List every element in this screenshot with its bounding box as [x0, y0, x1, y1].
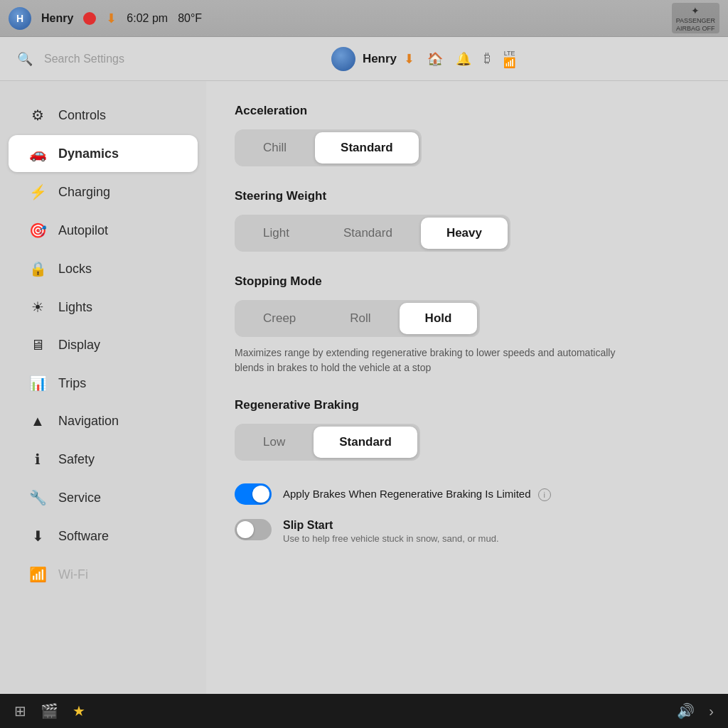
separator: — [212, 12, 223, 25]
taskbar: ⊞ 🎬 ★ 🔊 › [0, 694, 728, 728]
acceleration-chill-btn[interactable]: Chill [237, 132, 312, 164]
controls-icon: ⚙ [28, 107, 47, 124]
signal-bars-icon: 📶 [503, 57, 515, 68]
service-icon: 🔧 [28, 489, 47, 506]
navigation-label: Navigation [58, 414, 119, 429]
sidebar-item-controls[interactable]: ⚙ Controls [9, 97, 198, 134]
bluetooth-icon: ₿ [484, 51, 491, 66]
passenger-airbag-badge: ✦ PASSENGERAIRBAG OFF [672, 3, 719, 34]
autopilot-label: Autopilot [58, 223, 108, 238]
status-bar: H Henry ⬇ 6:02 pm 80°F — ✦ PASSENGERAIRB… [0, 0, 728, 37]
toggle-knob [252, 486, 269, 503]
charging-icon: ⚡ [28, 183, 47, 200]
record-icon [83, 12, 96, 25]
locks-label: Locks [58, 262, 92, 277]
status-temp: 80°F [178, 12, 202, 25]
steering-title: Steering Weight [235, 189, 700, 203]
stopping-creep-btn[interactable]: Creep [237, 303, 321, 334]
home-icon: 🏠 [427, 51, 443, 67]
regen-low-btn[interactable]: Low [237, 427, 311, 458]
sidebar-item-lights[interactable]: ☀ Lights [9, 289, 198, 326]
software-label: Software [58, 529, 109, 544]
taskbar-next-icon[interactable]: › [709, 703, 714, 719]
wifi-label: Wi-Fi [58, 567, 88, 582]
search-input[interactable]: Search Settings [44, 53, 124, 65]
display-icon: 🖥 [28, 337, 47, 353]
header-center: Henry ⬇ 🏠 🔔 ₿ LTE 📶 [136, 47, 711, 71]
sidebar-item-safety[interactable]: ℹ Safety [9, 441, 198, 478]
status-bar-right: ✦ PASSENGERAIRBAG OFF [672, 3, 719, 34]
slip-start-title: Slip Start [283, 519, 499, 532]
stopping-btn-group: Creep Roll Hold [235, 300, 480, 337]
stopping-roll-btn[interactable]: Roll [324, 303, 396, 334]
header-avatar [331, 47, 355, 71]
sidebar-item-display[interactable]: 🖥 Display [9, 327, 198, 363]
airbag-label: PASSENGERAIRBAG OFF [676, 17, 715, 33]
avatar-inner: H [9, 7, 31, 30]
stopping-hold-btn[interactable]: Hold [400, 303, 478, 334]
search-bar: 🔍 Search Settings Henry ⬇ 🏠 🔔 ₿ LTE 📶 [0, 37, 728, 81]
autopilot-icon: 🎯 [28, 222, 47, 239]
slip-start-knob [237, 521, 254, 538]
taskbar-star-icon[interactable]: ★ [73, 702, 85, 719]
apply-brakes-row: Apply Brakes When Regenerative Braking I… [235, 483, 700, 505]
apply-brakes-text: Apply Brakes When Regenerative Braking I… [283, 488, 531, 500]
lte-label: LTE [504, 50, 515, 57]
sidebar-item-software[interactable]: ⬇ Software [9, 518, 198, 555]
steering-heavy-btn[interactable]: Heavy [421, 218, 508, 249]
airbag-icon: ✦ [676, 4, 715, 17]
regen-section: Regenerative Braking Low Standard [235, 398, 700, 461]
trips-label: Trips [58, 376, 86, 391]
service-label: Service [58, 491, 101, 505]
regen-title: Regenerative Braking [235, 398, 700, 412]
sidebar-item-service[interactable]: 🔧 Service [9, 479, 198, 516]
sidebar-item-navigation[interactable]: ▲ Navigation [9, 403, 198, 439]
download-icon: ⬇ [106, 11, 117, 26]
steering-light-btn[interactable]: Light [237, 218, 315, 249]
dynamics-icon: 🚗 [28, 145, 47, 162]
steering-section: Steering Weight Light Standard Heavy [235, 189, 700, 252]
sidebar-item-wifi[interactable]: 📶 Wi-Fi [9, 556, 198, 593]
charging-label: Charging [58, 185, 110, 200]
software-icon: ⬇ [28, 528, 47, 545]
avatar: H [9, 7, 31, 30]
taskbar-volume-icon[interactable]: 🔊 [677, 702, 695, 719]
header-icons: ⬇ 🏠 🔔 ₿ LTE 📶 [404, 50, 515, 68]
acceleration-btn-group: Chill Standard [235, 129, 422, 166]
signal-icon: LTE 📶 [503, 50, 515, 68]
acceleration-title: Acceleration [235, 104, 700, 118]
sidebar: ⚙ Controls 🚗 Dynamics ⚡ Charging 🎯 Autop… [0, 81, 206, 694]
sidebar-item-dynamics[interactable]: 🚗 Dynamics [9, 135, 198, 172]
stopping-section: Stopping Mode Creep Roll Hold Maximizes … [235, 274, 700, 375]
main-content: ⚙ Controls 🚗 Dynamics ⚡ Charging 🎯 Autop… [0, 81, 728, 694]
display-label: Display [58, 338, 100, 353]
settings-content: Acceleration Chill Standard Steering Wei… [206, 81, 728, 694]
download-header-icon: ⬇ [404, 51, 414, 67]
steering-btn-group: Light Standard Heavy [235, 215, 510, 252]
apply-brakes-toggle[interactable] [235, 483, 272, 505]
acceleration-section: Acceleration Chill Standard [235, 104, 700, 166]
search-icon: 🔍 [17, 51, 33, 67]
navigation-icon: ▲ [28, 413, 47, 429]
acceleration-standard-btn[interactable]: Standard [315, 132, 419, 164]
safety-label: Safety [58, 452, 95, 467]
bell-icon: 🔔 [456, 51, 471, 67]
regen-standard-btn[interactable]: Standard [314, 427, 417, 458]
wifi-icon: 📶 [28, 566, 47, 583]
sidebar-item-charging[interactable]: ⚡ Charging [9, 173, 198, 210]
slip-start-toggle[interactable] [235, 519, 272, 540]
apply-brakes-info-icon[interactable]: i [538, 488, 551, 501]
regen-btn-group: Low Standard [235, 424, 420, 461]
steering-standard-btn[interactable]: Standard [318, 218, 418, 249]
safety-icon: ℹ [28, 451, 47, 468]
lights-label: Lights [58, 300, 92, 315]
sidebar-item-trips[interactable]: 📊 Trips [9, 365, 198, 402]
taskbar-grid-icon[interactable]: ⊞ [14, 702, 26, 719]
sidebar-item-autopilot[interactable]: 🎯 Autopilot [9, 212, 198, 249]
sidebar-item-locks[interactable]: 🔒 Locks [9, 250, 198, 287]
stopping-title: Stopping Mode [235, 274, 700, 289]
slip-start-desc: Use to help free vehicle stuck in snow, … [283, 533, 499, 544]
taskbar-film-icon[interactable]: 🎬 [41, 702, 58, 719]
stopping-description: Maximizes range by extending regenerativ… [235, 346, 633, 375]
status-user-name: Henry [41, 12, 73, 25]
